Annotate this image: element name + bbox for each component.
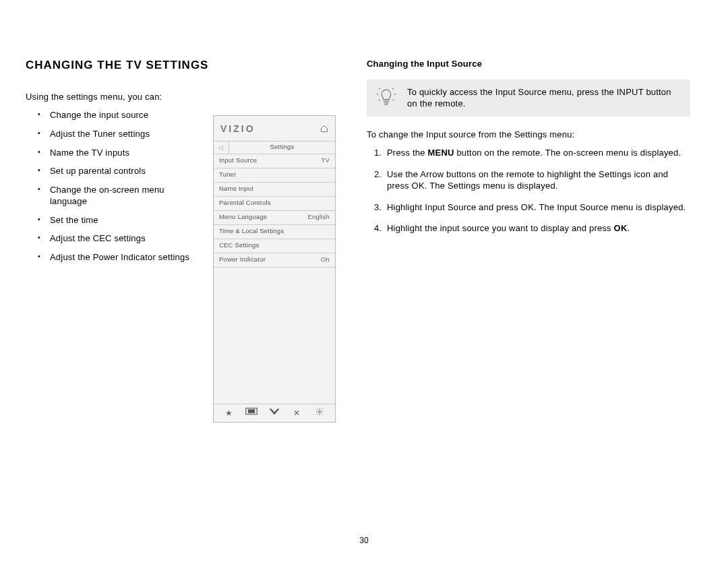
- star-icon: ★: [222, 408, 236, 418]
- settings-menu-box: VIZIO ◁ Settings: [213, 115, 336, 423]
- lightbulb-icon: [375, 86, 398, 109]
- left-column: CHANGING THE TV SETTINGS Using the setti…: [26, 58, 341, 423]
- step-item: Highlight the input source you want to d…: [384, 222, 690, 235]
- breadcrumb-label: Settings: [229, 143, 335, 152]
- menu-row-parental: Parental Controls: [214, 197, 335, 211]
- manual-page: CHANGING THE TV SETTINGS Using the setti…: [0, 0, 728, 562]
- lead-paragraph: To change the Input source from the Sett…: [367, 129, 690, 141]
- step-pre: Highlight Input Source and press OK. The…: [387, 202, 686, 212]
- capabilities-list: Change the input source Adjust the Tuner…: [26, 109, 200, 263]
- menu-footer: ★ ✕: [214, 404, 335, 422]
- page-number: 30: [0, 535, 728, 546]
- list-item: Set the time: [46, 214, 200, 226]
- step-post: button on the remote. The on-screen menu…: [454, 148, 681, 158]
- two-column-layout: CHANGING THE TV SETTINGS Using the setti…: [26, 58, 690, 423]
- steps-list: Press the MENU button on the remote. The…: [367, 147, 690, 235]
- list-item: Change the input source: [46, 109, 200, 121]
- menu-breadcrumb: ◁ Settings: [214, 141, 335, 154]
- list-item: Adjust the Power Indicator settings: [46, 251, 200, 263]
- menu-header: VIZIO: [214, 116, 335, 141]
- step-bold: MENU: [428, 148, 454, 158]
- svg-point-2: [319, 410, 321, 412]
- list-item: Adjust the Tuner settings: [46, 128, 200, 140]
- row-label: Name Input: [219, 185, 253, 193]
- menu-row-language: Menu Language English: [214, 211, 335, 225]
- row-label: CEC Settings: [219, 241, 259, 250]
- intro-paragraph: Using the settings menu, you can:: [26, 91, 200, 103]
- menu-row-tuner: Tuner: [214, 168, 335, 183]
- row-label: Menu Language: [219, 213, 267, 222]
- menu-row-power-indicator: Power Indicator On: [214, 253, 335, 268]
- step-item: Highlight Input Source and press OK. The…: [384, 201, 690, 214]
- close-icon: ✕: [291, 408, 304, 418]
- row-label: Parental Controls: [219, 199, 271, 208]
- row-value: TV: [321, 156, 330, 165]
- v-icon: [268, 408, 281, 418]
- tip-text: To quickly access the Input Source menu,…: [407, 86, 681, 110]
- menu-spacer: [214, 268, 335, 404]
- row-label: Tuner: [219, 170, 236, 179]
- tip-callout: To quickly access the Input Source menu,…: [367, 80, 690, 117]
- subsection-heading: Changing the Input Source: [367, 58, 690, 70]
- svg-rect-1: [249, 410, 255, 413]
- section-heading: CHANGING THE TV SETTINGS: [26, 58, 341, 73]
- back-arrow-icon: ◁: [214, 142, 229, 154]
- menu-row-time: Time & Local Settings: [214, 225, 335, 239]
- menu-row-cec: CEC Settings: [214, 239, 335, 253]
- row-label: Power Indicator: [219, 255, 266, 264]
- list-item: Adjust the CEC settings: [46, 232, 200, 245]
- row-label: Time & Local Settings: [219, 227, 284, 236]
- step-item: Use the Arrow buttons on the remote to h…: [384, 168, 690, 192]
- list-item: Change the on-screen menu language: [46, 184, 200, 208]
- step-pre: Highlight the input source you want to d…: [387, 223, 614, 233]
- menu-row-input-source: Input Source TV: [214, 154, 335, 168]
- left-split: Using the settings menu, you can: Change…: [26, 91, 341, 423]
- brand-label: VIZIO: [220, 123, 255, 135]
- step-bold: OK: [614, 223, 628, 233]
- right-column: Changing the Input Source To quickly acc…: [367, 58, 690, 423]
- list-item: Set up parental controls: [46, 165, 200, 177]
- menu-rows: Input Source TV Tuner Name Input: [214, 154, 335, 268]
- wide-icon: [245, 408, 258, 418]
- settings-menu-illustration: VIZIO ◁ Settings: [213, 115, 336, 423]
- list-item: Name the TV inputs: [46, 147, 200, 159]
- left-text-block: Using the settings menu, you can: Change…: [26, 91, 200, 423]
- home-icon: [320, 125, 328, 133]
- row-value: On: [321, 255, 330, 264]
- step-post: .: [628, 223, 630, 233]
- row-value: English: [307, 213, 330, 222]
- step-pre: Press the: [387, 148, 428, 158]
- menu-row-name-input: Name Input: [214, 183, 335, 197]
- gear-icon: [313, 408, 326, 418]
- step-item: Press the MENU button on the remote. The…: [384, 147, 690, 159]
- step-pre: Use the Arrow buttons on the remote to h…: [387, 169, 668, 191]
- row-label: Input Source: [219, 156, 257, 165]
